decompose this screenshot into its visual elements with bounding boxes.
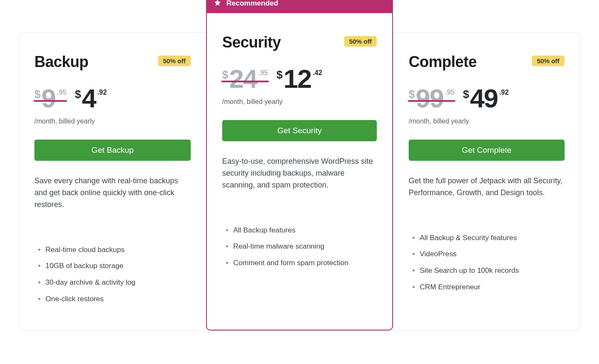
plan-description: Get the full power of Jetpack with all S…	[409, 175, 565, 199]
plan-description: Easy-to-use, comprehensive WordPress sit…	[222, 156, 377, 191]
get-backup-button[interactable]: Get Backup	[34, 140, 191, 161]
old-price: $ 9 .95	[34, 85, 66, 112]
feature-item: 30-day archive & activity log	[45, 277, 191, 288]
plan-name: Complete	[409, 53, 477, 71]
price-row: $ 99 .95 $ 49 .92	[409, 85, 565, 112]
price-cents: .42	[313, 69, 322, 77]
price-cents: .92	[499, 89, 509, 96]
feature-list: All Backup & Security features VideoPres…	[409, 233, 565, 293]
old-price: $ 24 .95	[222, 66, 268, 92]
currency: $	[463, 88, 469, 101]
currency: $	[222, 68, 228, 81]
billing-note: /month, billed yearly	[34, 118, 191, 125]
plan-card-security: Recommended Security 50% off $ 24 .95 $ …	[206, 13, 393, 330]
old-price: $ 99 .95	[409, 85, 455, 112]
price-whole: 9	[41, 85, 55, 112]
get-security-button[interactable]: Get Security	[222, 120, 377, 141]
price-whole: 12	[283, 66, 311, 92]
price-cents: .95	[445, 89, 454, 96]
billing-note: /month, billed yearly	[222, 98, 377, 106]
feature-item: Comment and form spam protection	[233, 258, 377, 269]
billing-note: /month, billed yearly	[409, 118, 565, 125]
plan-name: Security	[222, 34, 281, 51]
star-icon	[214, 0, 221, 8]
plan-name: Backup	[34, 53, 88, 71]
price-row: $ 9 .95 $ 4 .92	[34, 85, 191, 112]
recommended-ribbon: Recommended	[206, 0, 393, 13]
strikethrough	[34, 100, 67, 102]
plan-card-backup: Backup 50% off $ 9 .95 $ 4 .92 /month, b…	[19, 33, 206, 330]
currency: $	[75, 88, 81, 101]
card-header: Complete 50% off	[409, 53, 565, 71]
discount-badge: 50% off	[344, 36, 377, 47]
feature-item: All Backup & Security features	[420, 233, 565, 244]
feature-item: VideoPress	[420, 249, 565, 260]
get-complete-button[interactable]: Get Complete	[409, 140, 565, 161]
currency: $	[409, 88, 415, 101]
new-price: $ 4 .92	[75, 85, 107, 112]
feature-item: 10GB of backup storage	[45, 261, 191, 272]
new-price: $ 12 .42	[277, 66, 322, 92]
recommended-label: Recommended	[226, 0, 278, 8]
price-whole: 49	[470, 85, 497, 112]
feature-item: Site Search up to 100k records	[420, 266, 565, 276]
currency: $	[34, 88, 40, 101]
new-price: $ 49 .92	[463, 85, 509, 112]
price-cents: .95	[258, 69, 268, 77]
currency: $	[277, 68, 283, 81]
feature-item: CRM Entrepreneur	[420, 282, 565, 293]
price-cents: .95	[57, 89, 66, 96]
price-whole: 24	[229, 66, 257, 92]
feature-item: Real-time malware scanning	[233, 241, 377, 252]
card-header: Security 50% off	[222, 34, 377, 51]
feature-item: One-click restores	[45, 294, 191, 305]
card-header: Backup 50% off	[34, 53, 191, 71]
price-row: $ 24 .95 $ 12 .42	[222, 66, 377, 92]
discount-badge: 50% off	[158, 56, 191, 66]
strikethrough	[221, 81, 269, 82]
feature-list: All Backup features Real-time malware sc…	[222, 225, 377, 269]
price-whole: 4	[82, 85, 96, 112]
feature-item: All Backup features	[233, 225, 377, 236]
feature-list: Real-time cloud backups 10GB of backup s…	[34, 245, 191, 305]
price-whole: 99	[415, 85, 443, 112]
price-cents: .92	[97, 89, 107, 96]
feature-item: Real-time cloud backups	[45, 245, 191, 255]
discount-badge: 50% off	[532, 56, 565, 66]
pricing-table: Backup 50% off $ 9 .95 $ 4 .92 /month, b…	[19, 32, 580, 331]
plan-description: Save every change with real-time backups…	[34, 175, 191, 211]
strikethrough	[408, 100, 455, 102]
plan-card-complete: Complete 50% off $ 99 .95 $ 49 .92 /mont…	[393, 33, 580, 330]
